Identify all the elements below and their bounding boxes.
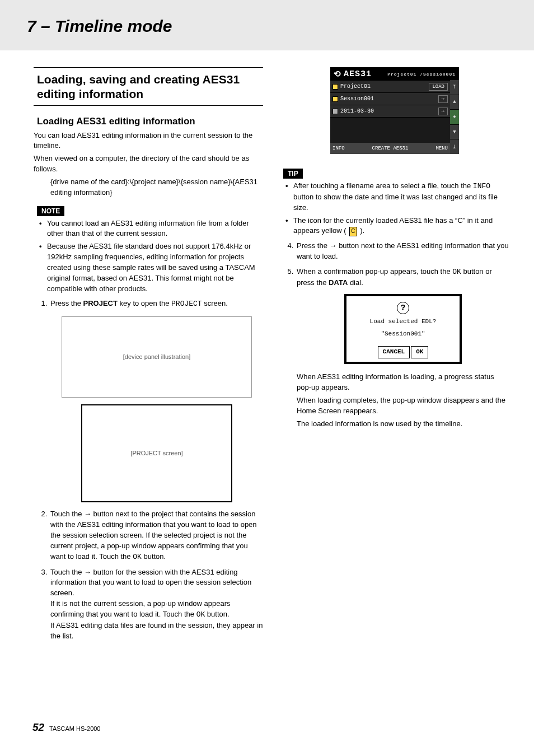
steps-left: Press the PROJECT key to open the PROJEC… bbox=[34, 298, 263, 641]
footer-model: TASCAM HS-2000 bbox=[49, 725, 101, 732]
folder-icon bbox=[332, 96, 338, 102]
arrow-button[interactable]: → bbox=[438, 108, 448, 115]
aes31-empty bbox=[330, 118, 450, 143]
reload-icon: ⟲ bbox=[334, 69, 341, 80]
tip-text: The icon for the currently loaded AES31 … bbox=[293, 216, 493, 235]
scroll-up-icon[interactable]: ▲ bbox=[450, 95, 459, 110]
path-format: {drive name of the card}:\{project name}… bbox=[50, 177, 263, 198]
section-rule-bottom bbox=[34, 105, 263, 106]
intro-1: You can load AES31 editing information i… bbox=[34, 130, 263, 152]
mono-text: PROJECT bbox=[171, 300, 202, 308]
tip-item: After touching a filename area to select… bbox=[293, 181, 509, 213]
aes31-scrollbar[interactable]: ⤒ ▲ ● ▼ ⤓ bbox=[450, 80, 459, 154]
popup-line1: Load selected EDL? bbox=[351, 318, 455, 326]
closing-text: When AES31 editing information is loadin… bbox=[297, 372, 509, 393]
step-text: button. bbox=[205, 610, 229, 618]
menu-button[interactable]: MENU bbox=[435, 146, 448, 151]
scroll-thumb[interactable]: ● bbox=[450, 109, 459, 124]
aes31-row: Project01 LOAD bbox=[330, 81, 450, 93]
step-text: key to open the bbox=[118, 299, 171, 307]
step-text: screen. bbox=[202, 299, 228, 307]
aes31-row: Session001 → bbox=[330, 93, 450, 105]
step-bold: DATA bbox=[329, 278, 348, 287]
aes31-row-label: Session001 bbox=[340, 96, 436, 102]
aes31-title: AES31 bbox=[344, 69, 372, 79]
section-rule-top bbox=[34, 67, 263, 68]
step-text: If AES31 editing data files are found in… bbox=[50, 620, 263, 642]
mono-text: OK bbox=[196, 610, 205, 619]
page-footer: 52 TASCAM HS-2000 bbox=[32, 721, 101, 734]
step-3: Touch the → button for the session with … bbox=[49, 567, 263, 642]
current-file-icon: C bbox=[349, 227, 357, 236]
step-text: When a confirmation pop-up appears, touc… bbox=[297, 267, 452, 276]
aes31-row-label: 2011-03-30 bbox=[340, 108, 436, 114]
arrow-button[interactable]: → bbox=[438, 95, 448, 103]
right-column: ⟲ AES31 Project01 /Session001 Project01 … bbox=[280, 67, 509, 646]
step-1: Press the PROJECT key to open the PROJEC… bbox=[49, 298, 263, 502]
step-2: Touch the → button next to the project t… bbox=[49, 509, 263, 562]
chapter-header: 7 – Timeline mode bbox=[0, 0, 534, 50]
note-list: You cannot load an AES31 editing informa… bbox=[34, 218, 263, 295]
folder-icon bbox=[332, 84, 338, 90]
intro-2: When viewed on a computer, the directory… bbox=[34, 153, 263, 175]
info-button[interactable]: INFO bbox=[332, 146, 345, 151]
steps-right: Press the → button next to the AES31 edi… bbox=[280, 241, 509, 429]
load-button[interactable]: LOAD bbox=[429, 83, 448, 91]
aes31-breadcrumb: Project01 /Session001 bbox=[387, 72, 456, 77]
tip-label: TIP bbox=[283, 169, 303, 179]
popup-line2: "Session001" bbox=[351, 330, 455, 339]
mono-text: OK bbox=[133, 553, 142, 561]
step-text: dial. bbox=[348, 278, 363, 287]
aes31-screen-image: ⟲ AES31 Project01 /Session001 Project01 … bbox=[330, 67, 459, 154]
scroll-bottom-icon[interactable]: ⤓ bbox=[450, 139, 459, 154]
tip-text: button to show the date and time it was … bbox=[293, 193, 498, 212]
note-label: NOTE bbox=[37, 206, 64, 216]
mono-text: OK bbox=[452, 268, 461, 276]
file-icon bbox=[332, 109, 338, 114]
section-title: Loading, saving and creating AES31 editi… bbox=[37, 72, 263, 102]
scroll-top-icon[interactable]: ⤒ bbox=[450, 80, 459, 95]
device-illustration: [device panel illustration] bbox=[62, 316, 252, 398]
step-text: If it is not the current session, a pop-… bbox=[50, 599, 263, 620]
create-aes31-button[interactable]: CREATE AES31 bbox=[372, 146, 409, 151]
cancel-button[interactable]: CANCEL bbox=[378, 346, 410, 358]
aes31-row: 2011-03-30 → bbox=[330, 105, 450, 118]
mono-text: INFO bbox=[473, 182, 490, 190]
aes31-row-label: Project01 bbox=[340, 83, 427, 90]
note-item: You cannot load an AES31 editing informa… bbox=[47, 218, 263, 240]
step-bold: PROJECT bbox=[83, 299, 118, 307]
step-text: button. bbox=[142, 552, 166, 561]
tip-text: ). bbox=[358, 226, 365, 235]
scroll-down-icon[interactable]: ▼ bbox=[450, 124, 459, 139]
confirm-popup: ? Load selected EDL? "Session001" CANCEL… bbox=[344, 294, 462, 365]
aes31-footer: INFO CREATE AES31 MENU bbox=[330, 143, 450, 154]
step-4: Press the → button next to the AES31 edi… bbox=[296, 241, 509, 262]
closing-text: When loading completes, the pop-up windo… bbox=[297, 395, 509, 417]
step-text: Press the bbox=[50, 299, 83, 307]
step-text: Touch the → button for the session with … bbox=[50, 567, 263, 599]
tip-list: After touching a filename area to select… bbox=[280, 181, 509, 236]
tip-text: After touching a filename area to select… bbox=[293, 181, 473, 190]
page-content: Loading, saving and creating AES31 editi… bbox=[0, 50, 534, 646]
ok-button[interactable]: OK bbox=[411, 346, 428, 358]
closing-text: The loaded information is now used by th… bbox=[297, 419, 509, 430]
project-screen-image: [PROJECT screen] bbox=[81, 404, 232, 502]
subsection-title: Loading AES31 editing information bbox=[37, 116, 263, 127]
page-number: 52 bbox=[32, 721, 44, 733]
note-item: Because the AES31 file standard does not… bbox=[47, 241, 263, 294]
chapter-title: 7 – Timeline mode bbox=[27, 17, 534, 36]
question-icon: ? bbox=[397, 302, 409, 314]
tip-item: The icon for the currently loaded AES31 … bbox=[293, 216, 509, 237]
aes31-header: ⟲ AES31 Project01 /Session001 bbox=[330, 67, 459, 81]
left-column: Loading, saving and creating AES31 editi… bbox=[34, 67, 263, 646]
step-5: When a confirmation pop-up appears, touc… bbox=[296, 267, 509, 430]
